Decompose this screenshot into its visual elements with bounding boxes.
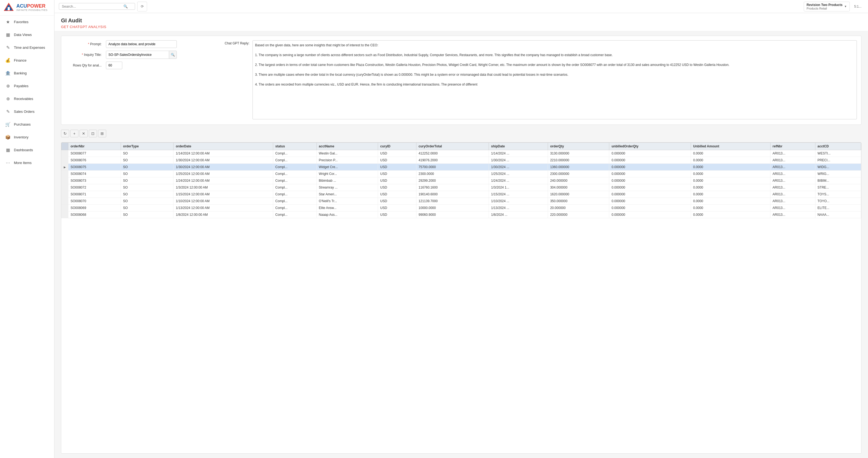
cell-refNbr: AR013...	[770, 211, 815, 218]
refresh-button[interactable]: ↻	[61, 130, 69, 137]
table-row[interactable]: ▶SO008075SO1/30/2024 12:00:00 AMCompl...…	[62, 164, 861, 171]
company-name: Revision Two Products	[807, 3, 843, 7]
col-orderDate[interactable]: orderDate	[174, 143, 273, 150]
sidebar-item-label: Banking	[14, 71, 27, 75]
table-row[interactable]: SO008073SO1/24/2024 12:00:00 AMCompl...B…	[62, 177, 861, 184]
row-expand-icon[interactable]	[62, 211, 68, 218]
sidebar-item-label: Data Views	[14, 33, 32, 37]
table-row[interactable]: SO008076SO1/30/2024 12:00:00 AMCompl...P…	[62, 157, 861, 164]
history-button[interactable]: ⟳	[137, 2, 147, 11]
cell-orderDate: 1/30/2024 12:00:00 AM	[174, 164, 273, 171]
col-orderNbr[interactable]: orderNbr	[68, 143, 121, 150]
row-expand-icon[interactable]	[62, 191, 68, 198]
cell-status: Compl...	[273, 184, 316, 191]
cell-acctCD: ELITE...	[815, 205, 861, 211]
prompt-input[interactable]	[106, 40, 177, 48]
inquiry-input[interactable]	[106, 51, 169, 59]
cell-orderDate: 1/10/2024 12:00:00 AM	[174, 198, 273, 205]
row-expand-icon[interactable]	[62, 184, 68, 191]
cell-status: Compl...	[273, 211, 316, 218]
data-grid[interactable]: orderNbr orderType orderDate status acct…	[61, 142, 862, 454]
sidebar-item-banking[interactable]: 🏦 Banking	[0, 67, 54, 80]
company-selector[interactable]: Revision Two Products Products Retail ▼	[804, 2, 850, 11]
cell-shipDate: 1/30/2024 ...	[489, 164, 548, 171]
row-expand-icon[interactable]	[62, 198, 68, 205]
sidebar-item-label: Finance	[14, 58, 26, 62]
sidebar-item-more-items[interactable]: ⋯ More Items	[0, 156, 54, 169]
cell-orderDate: 1/24/2024 12:00:00 AM	[174, 177, 273, 184]
sidebar-item-label: Time and Expenses	[14, 45, 45, 50]
chat-reply-text[interactable]	[252, 40, 857, 119]
page-title: GI Audit	[61, 18, 862, 24]
export-button[interactable]: ⊞	[98, 130, 106, 137]
col-unbilledOrderQty[interactable]: unbilledOrderQty	[609, 143, 691, 150]
col-orderType[interactable]: orderType	[121, 143, 174, 150]
row-expand-icon[interactable]	[62, 177, 68, 184]
history-icon: ⟳	[141, 4, 144, 8]
sidebar-item-label: Inventory	[14, 135, 28, 139]
logo-tagline: INFINITE POSSIBILITIES	[16, 9, 48, 12]
cell-orderDate: 1/25/2024 12:00:00 AM	[174, 171, 273, 177]
star-icon: ★	[5, 19, 11, 25]
sidebar-item-dashboards[interactable]: ▦ Dashboards	[0, 144, 54, 156]
col-status[interactable]: status	[273, 143, 316, 150]
logo-power: POWER	[27, 3, 45, 9]
sidebar-item-inventory[interactable]: 📦 Inventory	[0, 131, 54, 144]
cell-orderQty: 1360.000000	[548, 164, 609, 171]
inquiry-search-icon[interactable]: 🔍	[169, 51, 177, 59]
cell-curyID: USD	[378, 191, 416, 198]
fit-button[interactable]: ⊡	[89, 130, 97, 137]
row-expand-icon[interactable]	[62, 157, 68, 164]
cell-curyOrderTotal: 116760.1600	[416, 184, 489, 191]
sidebar-item-purchases[interactable]: 🛒 Purchases	[0, 118, 54, 131]
delete-button[interactable]: ✕	[80, 130, 88, 137]
sidebar-item-finance[interactable]: 💰 Finance	[0, 54, 54, 67]
cell-unbilledAmount: 0.0000	[691, 164, 770, 171]
col-curyOrderTotal[interactable]: curyOrderTotal	[416, 143, 489, 150]
cell-shipDate: 1/3/2024 1...	[489, 184, 548, 191]
cell-shipDate: 1/24/2024 ...	[489, 177, 548, 184]
search-input[interactable]	[62, 4, 122, 8]
sidebar: ACUPOWER INFINITE POSSIBILITIES ★ Favori…	[0, 0, 55, 458]
table-row[interactable]: SO008074SO1/25/2024 12:00:00 AMCompl...W…	[62, 171, 861, 177]
cell-orderQty: 2300.000000	[548, 171, 609, 177]
table-row[interactable]: SO008070SO1/10/2024 12:00:00 AMCompl...O…	[62, 198, 861, 205]
table-row[interactable]: SO008069SO1/13/2024 12:00:00 AMCompl...E…	[62, 205, 861, 211]
col-curyID[interactable]: curyID	[378, 143, 416, 150]
table-row[interactable]: SO008072SO1/3/2024 12:00:00 AMCompl...St…	[62, 184, 861, 191]
cell-orderType: SO	[121, 177, 174, 184]
row-expand-icon[interactable]: ▶	[62, 164, 68, 171]
page-action-label[interactable]: GET CHATGPT ANALYSIS	[61, 25, 862, 29]
search-box[interactable]: 🔍	[59, 3, 135, 10]
sidebar-item-receivables[interactable]: ⊕ Receivables	[0, 92, 54, 105]
add-button[interactable]: +	[70, 130, 79, 137]
rows-qty-input[interactable]	[106, 62, 122, 69]
col-orderQty[interactable]: orderQty	[548, 143, 609, 150]
row-expand-icon[interactable]	[62, 205, 68, 211]
col-acctCD[interactable]: acctCD	[815, 143, 861, 150]
cell-orderType: SO	[121, 150, 174, 157]
chat-reply-section: Chat GPT Reply:	[225, 40, 857, 120]
col-refNbr[interactable]: refNbr	[770, 143, 815, 150]
col-shipDate[interactable]: shipDate	[489, 143, 548, 150]
sidebar-item-data-views[interactable]: ▦ Data Views	[0, 28, 54, 41]
table-row[interactable]: SO008071SO1/15/2024 12:00:00 AMCompl...S…	[62, 191, 861, 198]
cell-acctName: Naaap Ass...	[316, 211, 378, 218]
table-row[interactable]: SO008068SO1/8/2024 12:00:00 AMCompl...Na…	[62, 211, 861, 218]
cell-unbilledAmount: 0.0000	[691, 184, 770, 191]
sidebar-item-payables[interactable]: ⊕ Payables	[0, 80, 54, 92]
sidebar-item-sales-orders[interactable]: ✎ Sales Orders	[0, 105, 54, 118]
cell-acctCD: WESTI...	[815, 150, 861, 157]
sidebar-item-label: More Items	[14, 161, 32, 165]
row-expand-icon[interactable]	[62, 150, 68, 157]
cell-acctName: Streamray ...	[316, 184, 378, 191]
col-unbilledAmount[interactable]: Unbilled Amount	[691, 143, 770, 150]
row-expand-icon[interactable]	[62, 171, 68, 177]
cell-status: Compl...	[273, 191, 316, 198]
cell-orderType: SO	[121, 184, 174, 191]
col-acctName[interactable]: acctName	[316, 143, 378, 150]
sidebar-item-favorites[interactable]: ★ Favorites	[0, 16, 54, 28]
sidebar-item-time-expenses[interactable]: ✎ Time and Expenses	[0, 41, 54, 54]
table-row[interactable]: SO008077SO1/14/2024 12:00:00 AMCompl...W…	[62, 150, 861, 157]
chat-reply-container	[252, 40, 857, 120]
